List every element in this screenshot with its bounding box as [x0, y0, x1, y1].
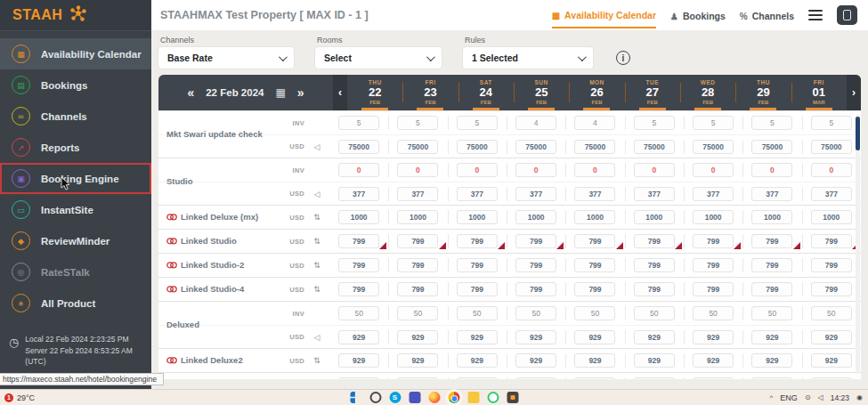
rate-value[interactable]: 1000 [397, 210, 438, 224]
inventory-value[interactable]: 0 [751, 163, 792, 177]
rate-value[interactable]: 929 [634, 353, 675, 368]
sidebar-item-instantsite[interactable]: ▭InstantSite [0, 194, 151, 225]
sidebar-item-reports[interactable]: ↗Reports [0, 132, 151, 163]
rate-value[interactable]: 377 [338, 187, 379, 201]
rate-value[interactable]: 929 [515, 353, 556, 368]
rate-value[interactable]: 929 [811, 353, 852, 368]
calendar-cell[interactable]: 75000 [388, 135, 447, 158]
rate-value[interactable]: 75000 [811, 140, 852, 154]
rate-value[interactable]: 75000 [515, 140, 556, 154]
rate-value[interactable]: 1000 [574, 210, 615, 224]
inventory-value[interactable]: 50 [751, 306, 792, 320]
calendar-cell[interactable]: 1000 [388, 206, 447, 229]
scrollbar-thumb[interactable] [856, 117, 860, 150]
rate-value[interactable]: 929 [397, 330, 438, 344]
calendar-cell[interactable]: 4 [565, 111, 624, 134]
media-player-icon[interactable] [507, 392, 518, 403]
rate-value[interactable]: 799 [574, 258, 615, 272]
nav-availability-calendar[interactable]: ▦ Availability Calendar [552, 2, 656, 28]
calendar-cell[interactable]: 1000 [565, 206, 624, 229]
skype-icon[interactable]: S [389, 392, 401, 403]
calendar-cell[interactable]: 929 [565, 349, 624, 372]
date-column-01-mar[interactable]: FRI01MAR [791, 75, 847, 110]
calendar-cell[interactable]: 0 [565, 158, 624, 182]
rate-value[interactable]: 75000 [634, 140, 675, 154]
calendar-cell[interactable]: 377 [625, 182, 684, 206]
calendar-cell[interactable]: 1000 [742, 206, 801, 229]
rate-value[interactable]: 377 [457, 187, 498, 201]
sidebar-item-channels[interactable]: ∞Channels [0, 101, 151, 132]
calendar-cell[interactable]: 0 [448, 158, 507, 182]
rate-value[interactable]: 929 [811, 330, 852, 344]
inventory-value[interactable]: 0 [634, 163, 675, 177]
rate-value[interactable]: 377 [574, 187, 615, 201]
calendar-cell[interactable]: 377 [684, 182, 742, 206]
rate-value[interactable]: 799 [457, 234, 498, 248]
inventory-value[interactable]: 5 [397, 116, 438, 130]
rate-value[interactable]: 75000 [693, 140, 734, 154]
calendar-cell[interactable]: 377 [742, 182, 801, 206]
calendar-cell[interactable]: 929 [684, 326, 742, 349]
rate-value[interactable]: 929 [751, 330, 792, 344]
rate-value[interactable]: 929 [693, 353, 734, 368]
inventory-value[interactable]: 5 [338, 116, 379, 130]
calendar-cell[interactable]: 929 [507, 349, 565, 372]
calendar-cell[interactable]: 377 [565, 182, 624, 206]
calendar-cell[interactable]: 929 [742, 349, 801, 372]
whatsapp-icon[interactable] [487, 392, 499, 403]
rate-value[interactable]: 75000 [338, 140, 379, 154]
calendar-cell[interactable]: 75000 [802, 135, 861, 158]
rate-value[interactable]: 377 [515, 187, 556, 201]
inventory-value[interactable]: 0 [397, 377, 438, 379]
rate-value[interactable]: 799 [693, 234, 734, 248]
network-icon[interactable]: ⊙ [805, 393, 811, 401]
calendar-cell[interactable]: 1000 [802, 206, 861, 229]
tray-expand-caret[interactable]: ^ [770, 393, 774, 401]
rate-value[interactable]: 1000 [634, 210, 675, 224]
rate-value[interactable]: 799 [338, 234, 379, 248]
calendar-cell[interactable]: 799 [802, 230, 861, 253]
calendar-cell[interactable]: 50 [742, 302, 801, 325]
calendar-cell[interactable]: 799 [565, 254, 624, 277]
inventory-value[interactable]: 5 [751, 116, 792, 130]
rate-value[interactable]: 1000 [811, 210, 852, 224]
calendar-cell[interactable]: 377 [802, 182, 861, 206]
firefox-icon[interactable] [428, 392, 440, 403]
inventory-value[interactable]: 0 [397, 163, 438, 177]
chrome-icon[interactable] [448, 392, 459, 403]
calendar-cell[interactable]: 75000 [329, 135, 388, 158]
datepicker-calendar-icon[interactable]: ▦ [275, 86, 285, 99]
nav-channels[interactable]: % Channels [740, 3, 794, 28]
rate-value[interactable]: 1000 [338, 210, 379, 224]
rate-value[interactable]: 799 [515, 282, 556, 296]
inventory-value[interactable]: 0 [693, 377, 734, 379]
rate-value[interactable]: 929 [634, 330, 675, 344]
calendar-cell[interactable]: 0 [448, 373, 507, 379]
calendar-cell[interactable]: 929 [329, 349, 388, 372]
rate-value[interactable]: 799 [751, 234, 792, 248]
inventory-value[interactable]: 4 [574, 116, 615, 130]
date-column-25-feb[interactable]: SUN25FEB [514, 75, 569, 110]
calendar-cell[interactable]: 799 [388, 230, 447, 253]
calendar-cell[interactable]: 5 [625, 111, 684, 134]
calendar-cell[interactable]: 929 [565, 326, 624, 349]
calendar-cell[interactable]: 50 [625, 302, 684, 325]
calendar-cell[interactable]: 799 [625, 254, 684, 277]
inventory-value[interactable]: 50 [811, 306, 852, 320]
windows-icon[interactable] [350, 392, 361, 403]
inventory-value[interactable]: 50 [515, 306, 556, 320]
calendar-cell[interactable]: 0 [625, 158, 684, 182]
calendar-cell[interactable]: 799 [388, 254, 447, 277]
search-icon[interactable] [369, 392, 381, 403]
rate-value[interactable]: 929 [515, 330, 556, 344]
rate-value[interactable]: 799 [634, 282, 675, 296]
rate-value[interactable]: 929 [457, 353, 498, 368]
calendar-cell[interactable]: 50 [388, 302, 447, 325]
calendar-cell[interactable]: 929 [507, 326, 565, 349]
calendar-cell[interactable]: 929 [684, 349, 742, 372]
calendar-cell[interactable]: 1000 [507, 206, 565, 229]
calendar-cell[interactable]: 799 [802, 254, 861, 277]
vertical-scrollbar[interactable] [856, 115, 860, 374]
inventory-value[interactable]: 0 [515, 377, 556, 379]
rate-value[interactable]: 929 [574, 353, 615, 368]
